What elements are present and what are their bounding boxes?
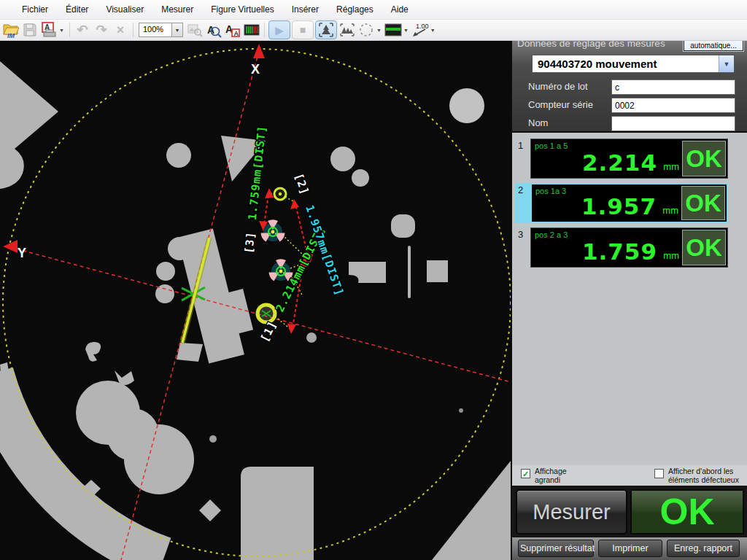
zoom-level-value: 100% (139, 23, 172, 37)
measure-settings-section: Données de réglage des mesures Recherche… (512, 29, 747, 133)
result-name: pos 1a 3 (535, 187, 566, 195)
result-unit: mm (663, 250, 679, 261)
redo-button[interactable]: ↷ (92, 20, 111, 39)
stage-level-icon (384, 22, 403, 38)
display-options: ✓ Affichage agrandi Afficher d'abord les… (512, 465, 747, 486)
menu-aide[interactable]: Aide (382, 0, 417, 20)
text-area-icon: A A (224, 22, 241, 39)
zoom-display-label: Affichage agrandi (535, 467, 580, 484)
stage-options-caret[interactable]: ▼ (403, 28, 411, 33)
result-status-badge: OK (682, 230, 726, 265)
toolbar-separator (133, 23, 133, 37)
result-value: 1.957 (581, 193, 657, 219)
application-window: Fichier Éditer Visualiser Mesurer Figure… (0, 0, 747, 560)
point-marker-1[interactable] (274, 188, 286, 200)
toolbar: IM A ▼ ↶ ↷ × 100% ▼ (0, 20, 747, 41)
lot-number-input[interactable] (611, 79, 735, 95)
font-area-button[interactable]: A A (223, 20, 242, 39)
result-name: pos 1 a 5 (535, 141, 568, 150)
axis-x-label: X (251, 62, 260, 77)
defect-first-checkbox[interactable]: Afficher d'abord les éléments défectueux (654, 467, 747, 484)
floppy-icon (22, 22, 38, 38)
global-status-display: OK (630, 489, 744, 534)
open-folder-button[interactable]: IM (1, 20, 20, 39)
undo-button[interactable]: ↶ (73, 20, 92, 39)
dashed-circle-icon (357, 21, 375, 39)
scale-factor-icon: 1.00 (411, 21, 430, 39)
scale-options-caret[interactable]: ▼ (430, 28, 438, 33)
measure-button[interactable]: Mesurer (516, 489, 627, 534)
zoom-caret-icon[interactable]: ▼ (172, 23, 183, 37)
print-options-caret[interactable]: ▼ (58, 28, 66, 33)
print-report-icon: A (40, 21, 58, 39)
menu-figure-virtuelles[interactable]: Figure Virtuelles (202, 0, 282, 20)
svg-text:A: A (234, 29, 239, 36)
name-label: Nom (528, 117, 548, 128)
axis-y-label: Y (18, 246, 26, 260)
lot-number-label: Numéro de lot (528, 81, 588, 92)
save-button[interactable] (20, 20, 39, 39)
delete-result-button[interactable]: Supprimer résultat (518, 540, 594, 557)
result-name: pos 2 a 3 (535, 230, 568, 239)
image-zoom-button[interactable] (185, 20, 204, 39)
edge-focus-button[interactable] (315, 20, 337, 39)
name-input[interactable] (611, 116, 735, 131)
result-unit: mm (663, 161, 679, 172)
intensity-bars-icon (243, 21, 260, 39)
multi-tree-icon (338, 21, 356, 39)
defect-first-label: Afficher d'abord les éléments défectueux (668, 467, 747, 484)
mask-options-caret[interactable]: ▼ (376, 28, 384, 33)
save-report-button[interactable]: Enreg. rapport (667, 540, 740, 557)
mask-circle-button[interactable] (357, 20, 376, 39)
camera-viewport[interactable]: X Y (0, 41, 511, 560)
result-status-badge: OK (681, 186, 725, 220)
result-index: 2 (515, 183, 530, 223)
folder-im-icon: IM (2, 21, 20, 39)
result-value: 1.759 (582, 238, 657, 265)
font-zoom-button[interactable]: A (204, 20, 223, 39)
stage-level-button[interactable] (384, 20, 403, 39)
toolbar-separator (69, 23, 70, 37)
print-button[interactable]: Imprimer (598, 540, 662, 557)
result-row-1[interactable]: 1 pos 1 a 5 2.214 mm + OK (515, 139, 728, 179)
serial-counter-label: Compteur série (528, 99, 593, 110)
intensity-button[interactable] (242, 20, 261, 39)
result-index: 3 (515, 228, 530, 268)
stop-button[interactable]: ■ (292, 20, 314, 39)
delete-x-icon: × (117, 23, 125, 36)
program-name: 904403720 mouvement (533, 55, 719, 72)
program-select[interactable]: 904403720 mouvement ▼ (532, 55, 735, 73)
picture-zoom-icon (187, 22, 203, 38)
result-row-2[interactable]: 2 pos 1a 3 1.957 mm - OK (515, 183, 728, 223)
run-measure-button[interactable]: ▶ (268, 20, 290, 39)
program-caret-icon[interactable]: ▼ (719, 55, 734, 72)
undo-icon: ↶ (77, 23, 88, 36)
menu-inserer[interactable]: Insérer (283, 0, 328, 20)
delete-button[interactable]: × (111, 20, 130, 39)
stop-icon: ■ (300, 25, 306, 35)
zoom-level-select[interactable]: 100% ▼ (139, 23, 183, 37)
result-value: 2.214 (582, 149, 657, 176)
result-index: 1 (515, 139, 530, 179)
menu-mesurer[interactable]: Mesurer (152, 0, 202, 20)
bottom-button-bar: Supprimer résultat Imprimer Enreg. rappo… (512, 537, 747, 560)
menu-fichier[interactable]: Fichier (13, 0, 57, 20)
serial-counter-input[interactable] (611, 98, 735, 113)
menu-visualiser[interactable]: Visualiser (97, 0, 152, 20)
result-unit: mm (662, 205, 678, 216)
svg-text:1.00: 1.00 (416, 23, 429, 30)
redo-icon: ↷ (96, 23, 107, 36)
toolbar-separator (264, 23, 265, 37)
menu-reglages[interactable]: Réglages (328, 0, 382, 20)
checkbox-checked-icon[interactable]: ✓ (521, 469, 530, 478)
scale-button[interactable]: 1.00 (411, 20, 430, 39)
text-magnifier-icon: A (205, 22, 222, 39)
zoom-display-checkbox[interactable]: ✓ Affichage agrandi (521, 467, 580, 484)
focus-tree-icon (317, 21, 335, 39)
result-row-3[interactable]: 3 pos 2 a 3 1.759 mm -- OK (515, 228, 728, 268)
print-report-button[interactable]: A (39, 20, 58, 39)
menu-bar: Fichier Éditer Visualiser Mesurer Figure… (0, 0, 747, 20)
multi-edge-button[interactable] (338, 20, 357, 39)
menu-editer[interactable]: Éditer (57, 0, 97, 20)
checkbox-unchecked-icon[interactable] (654, 469, 664, 478)
